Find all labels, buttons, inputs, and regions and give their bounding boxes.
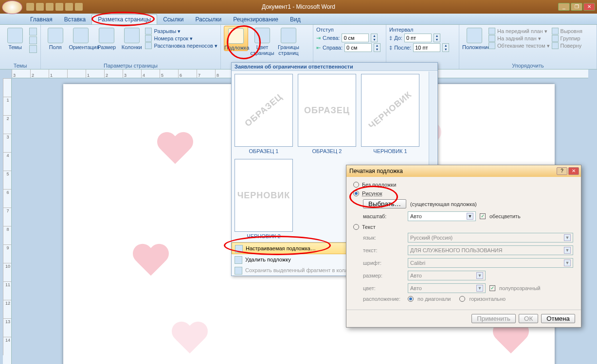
page-borders-icon [281,28,296,43]
qat-redo-icon[interactable] [46,3,54,11]
radio-picture[interactable]: Рисунок [353,191,574,196]
indent-left-input[interactable] [342,34,369,42]
office-button[interactable] [2,0,22,14]
themes-label: Темы [3,44,27,50]
gallery-section-header: Заявления об ограничении ответственности [232,63,437,71]
watermark-thumb-draft1[interactable]: ЧЕРНОВИК [361,74,419,147]
custom-watermark-icon [235,245,243,253]
align-icon [552,28,559,35]
printed-watermark-dialog: Печатная подложка ? ✕ Без подложки Рисун… [346,165,581,328]
spacing-before-spinner[interactable]: ▲▼ [434,34,440,42]
cancel-button[interactable]: Отмена [541,314,575,323]
chevron-down-icon: ▼ [564,247,571,254]
language-select: Русский (Россия)▼ [408,233,573,243]
semitransparent-checkbox: ✓ [489,285,495,291]
page-borders-button[interactable]: Границы страниц [276,26,301,56]
watermark-thumb-sample1[interactable]: ОБРАЗЕЦ [235,74,293,147]
spacing-after-spinner[interactable]: ▲▼ [442,43,449,52]
group-label-page-setup: Параметры страницы [41,63,220,69]
margins-button[interactable]: Поля [44,26,67,50]
washout-checkbox[interactable]: ✓ [480,213,486,219]
tab-review[interactable]: Рецензирование [227,15,284,24]
window-title: Документ1 - Microsoft Word [262,3,335,10]
scale-select[interactable]: Авто▼ [408,211,476,221]
qat-more-icon[interactable] [75,3,83,11]
remove-watermark-icon [235,256,242,264]
tab-mailings[interactable]: Рассылки [189,15,227,24]
position-button[interactable]: Положение [462,26,487,50]
group-button: Группир [552,35,582,42]
apply-button: Применить [471,314,516,323]
themes-icon [7,28,23,43]
tab-references[interactable]: Ссылки [157,15,189,24]
send-to-back-button: На задний план ▾ [488,35,550,42]
breaks-icon [145,28,152,35]
size-button[interactable]: Размер [95,26,118,50]
page-color-button[interactable]: Цвет страницы [250,26,274,56]
theme-colors-icon[interactable] [29,28,37,35]
bring-to-front-icon [488,28,495,35]
watermark-thumb-sample2[interactable]: ОБРАЗЕЦ [298,74,356,147]
theme-effects-icon[interactable] [29,45,37,53]
line-numbers-button[interactable]: Номера строк ▾ [145,35,217,42]
maximize-button[interactable]: ❐ [571,3,582,11]
radio-text[interactable]: Текст [353,224,574,230]
qat-preview-icon[interactable] [65,3,73,11]
dialog-title-text: Печатная подложка [349,168,403,174]
tab-view[interactable]: Вид [284,15,307,24]
rotate-icon [552,42,559,49]
radio-no-watermark[interactable]: Без подложки [353,182,574,188]
spacing-after-icon: ‡ [389,45,392,51]
indent-right-icon: ⇤ [316,45,321,51]
group-icon [552,35,559,42]
ok-button: ОК [519,314,538,323]
hyphenation-icon [145,42,152,49]
qat-save-icon[interactable] [26,3,34,11]
tab-home[interactable]: Главная [24,15,58,24]
vertical-ruler[interactable]: 1234567891011121314 [3,78,12,364]
qat-print-icon[interactable] [55,3,63,11]
dialog-help-button[interactable]: ? [557,167,567,175]
orientation-icon [73,28,89,43]
page-color-icon [254,28,270,43]
select-picture-button[interactable]: Выбрать… [363,199,406,208]
save-selection-icon [235,267,242,275]
color-select: Авто▼ [408,283,486,293]
close-button[interactable]: ✕ [583,3,595,11]
layout-horizontal-radio [459,296,465,302]
indent-right-input[interactable] [344,43,372,52]
bring-to-front-button: На передний план ▾ [488,28,550,35]
watermark-button[interactable]: Подложка [224,26,248,51]
chevron-down-icon: ▼ [467,213,473,220]
tab-insert[interactable]: Вставка [58,15,92,24]
text-wrap-icon [488,42,495,49]
chevron-down-icon: ▼ [476,272,483,279]
dialog-titlebar[interactable]: Печатная подложка ? ✕ [346,165,581,177]
spacing-header: Интервал [389,26,456,34]
send-to-back-icon [488,35,495,42]
orientation-button[interactable]: Ориентация [69,26,93,50]
existing-watermark-hint: (существующая подложка) [410,201,477,207]
layout-diagonal-radio [408,296,414,302]
spacing-after-input[interactable] [413,43,440,52]
theme-fonts-icon[interactable] [29,36,37,44]
indent-left-icon: ⇥ [316,35,321,41]
spacing-before-input[interactable] [404,34,432,42]
watermark-thumb-draft2[interactable]: ЧЕРНОВИК [235,159,293,232]
minimize-button[interactable]: _ [558,3,570,11]
size-select: Авто▼ [408,271,486,280]
columns-icon [124,28,140,43]
columns-button[interactable]: Колонки [120,26,143,50]
align-button: Выровня [552,28,582,35]
indent-right-spinner[interactable]: ▲▼ [374,43,380,52]
margins-icon [48,28,63,43]
dialog-close-button[interactable]: ✕ [568,167,579,175]
qat-undo-icon[interactable] [36,3,44,11]
quick-access-toolbar [26,3,83,11]
themes-button[interactable]: Темы [3,26,27,50]
size-icon [99,28,114,43]
tab-page-layout[interactable]: Разметка страницы [91,14,157,24]
indent-left-spinner[interactable]: ▲▼ [371,34,378,42]
hyphenation-button[interactable]: Расстановка переносов ▾ [145,42,217,49]
breaks-button[interactable]: Разрывы ▾ [145,28,217,35]
